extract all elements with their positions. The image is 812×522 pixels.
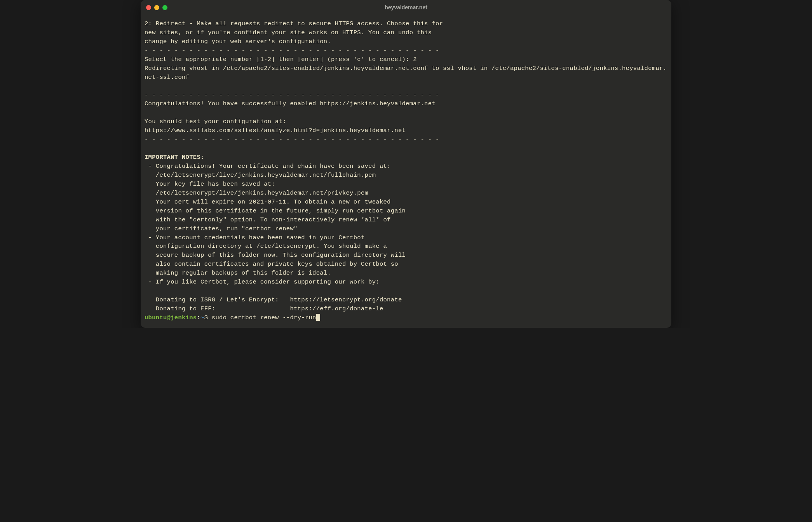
output-line: 2: Redirect - Make all requests redirect…	[145, 20, 443, 27]
output-line: making regular backups of this folder is…	[145, 270, 331, 277]
output-line: - - - - - - - - - - - - - - - - - - - - …	[145, 136, 439, 143]
prompt-user-host: ubuntu@jenkins	[145, 314, 197, 321]
output-line: with the "certonly" option. To non-inter…	[145, 216, 391, 223]
maximize-icon[interactable]	[162, 5, 167, 10]
output-line: Donating to EFF: https://eff.org/donate-…	[145, 305, 383, 312]
command-input[interactable]: sudo certbot renew --dry-run	[212, 314, 316, 321]
output-line: Donating to ISRG / Let's Encrypt: https:…	[145, 296, 402, 303]
close-icon[interactable]	[146, 5, 151, 10]
prompt-colon: :	[197, 314, 200, 321]
output-line: Your key file has been saved at:	[145, 181, 275, 188]
output-line: You should test your configuration at:	[145, 118, 286, 125]
output-line: change by editing your web server's conf…	[145, 38, 331, 45]
output-line: configuration directory at /etc/letsencr…	[145, 243, 387, 250]
output-line: /etc/letsencrypt/live/jenkins.heyvaldema…	[145, 172, 376, 179]
output-line: Select the appropriate number [1-2] then…	[145, 56, 417, 63]
important-notes-header: IMPORTANT NOTES:	[145, 154, 204, 161]
output-line: Redirecting vhost in /etc/apache2/sites-…	[145, 65, 667, 81]
output-line: /etc/letsencrypt/live/jenkins.heyvaldema…	[145, 190, 368, 197]
terminal-window: heyvaldemar.net 2: Redirect - Make all r…	[141, 0, 671, 328]
window-title: heyvaldemar.net	[385, 4, 427, 10]
output-line: - - - - - - - - - - - - - - - - - - - - …	[145, 92, 439, 99]
output-line: - If you like Certbot, please consider s…	[145, 278, 380, 285]
titlebar: heyvaldemar.net	[141, 0, 671, 15]
output-line: - - - - - - - - - - - - - - - - - - - - …	[145, 47, 439, 54]
output-line: - Your account credentials have been sav…	[145, 234, 365, 241]
output-line: also contain certificates and private ke…	[145, 261, 398, 268]
output-line: your certificates, run "certbot renew"	[145, 225, 298, 232]
terminal-body[interactable]: 2: Redirect - Make all requests redirect…	[141, 15, 671, 328]
minimize-icon[interactable]	[154, 5, 159, 10]
output-line: Congratulations! You have successfully e…	[145, 100, 436, 107]
cursor-icon	[316, 314, 320, 321]
output-line: secure backup of this folder now. This c…	[145, 252, 406, 259]
output-line: new sites, or if you're confident your s…	[145, 29, 432, 36]
output-line: - Congratulations! Your certificate and …	[145, 163, 391, 170]
output-line: Your cert will expire on 2021-07-11. To …	[145, 198, 391, 205]
traffic-lights	[146, 5, 167, 10]
output-line: version of this certificate in the futur…	[145, 207, 406, 214]
prompt-dollar: $	[204, 314, 212, 321]
prompt-path: ~	[200, 314, 204, 321]
output-line: https://www.ssllabs.com/ssltest/analyze.…	[145, 127, 406, 134]
